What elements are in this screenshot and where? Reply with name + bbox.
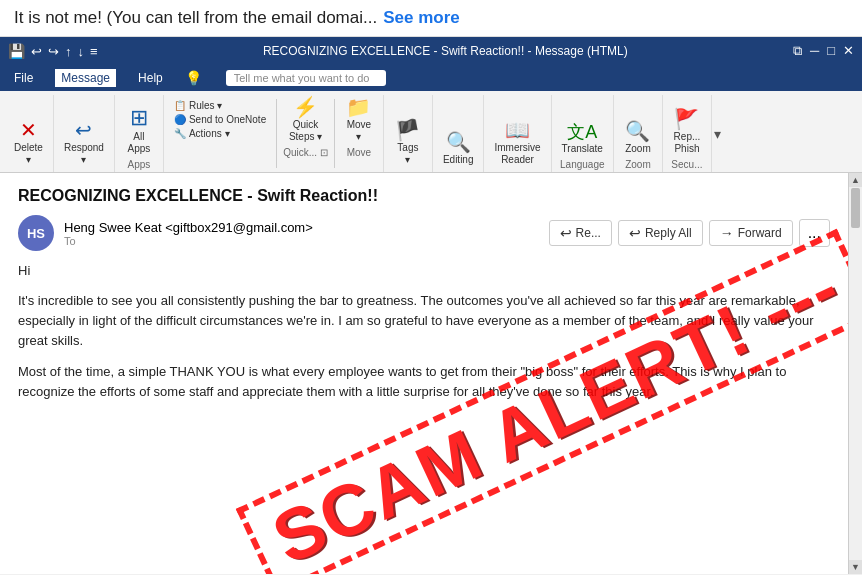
zoom-label: Zoom (625, 143, 651, 155)
title-bar: 💾 ↩ ↪ ↑ ↓ ≡ RECOGNIZING EXCELLENCE - Swi… (0, 37, 862, 65)
ribbon-group-quicksteps: 📋 Rules ▾ 🔵 Send to OneNote 🔧 Actions ▾ … (164, 95, 384, 172)
tags-icon: 🏴 (395, 120, 420, 140)
window-controls: ⧉ ─ □ ✕ (793, 43, 854, 59)
scroll-thumb[interactable] (851, 188, 860, 228)
ribbon-group-immersive: 📖 ImmersiveReader (484, 95, 551, 172)
zoom-icon: 🔍 (625, 121, 650, 141)
report-phish-label: Rep...Phish (674, 131, 701, 155)
minimize-icon[interactable]: ─ (810, 43, 819, 59)
editing-button[interactable]: 🔍 Editing (439, 130, 478, 168)
respond-group-label (60, 168, 108, 172)
reply-icon: ↩ (560, 225, 572, 241)
move-button[interactable]: 📁 Move▾ (341, 95, 377, 145)
forward-icon: → (720, 225, 734, 241)
window-title: RECOGNIZING EXCELLENCE - Swift Reaction!… (104, 44, 787, 58)
email-subject: RECOGNIZING EXCELLENCE - Swift Reaction!… (18, 187, 830, 205)
body-paragraph-1: It's incredible to see you all consisten… (18, 291, 830, 351)
actions-label: Actions ▾ (189, 128, 230, 139)
pin-icon[interactable]: ≡ (90, 44, 98, 59)
email-scrollbar[interactable]: ▲ ▼ (848, 173, 862, 574)
delete-label: Delete▾ (14, 142, 43, 166)
close-icon[interactable]: ✕ (843, 43, 854, 59)
tags-label: Tags▾ (397, 142, 418, 166)
all-apps-icon: ⊞ (130, 107, 148, 129)
report-phish-button[interactable]: 🚩 Rep...Phish (669, 107, 705, 157)
restore-icon[interactable]: ⧉ (793, 43, 802, 59)
zoom-button[interactable]: 🔍 Zoom (620, 119, 656, 157)
reply-button[interactable]: ↩ Re... (549, 220, 612, 246)
up-icon[interactable]: ↑ (65, 44, 72, 59)
sender-to: To (64, 235, 313, 247)
delete-group-label (10, 168, 47, 172)
menu-file[interactable]: File (8, 69, 39, 87)
send-onenote-label: Send to OneNote (189, 114, 266, 125)
email-body: Hi It's incredible to see you all consis… (18, 261, 830, 402)
delete-button[interactable]: ✕ Delete▾ (10, 118, 47, 168)
undo-icon[interactable]: ↩ (31, 44, 42, 59)
forward-label: Forward (738, 226, 782, 240)
down-icon[interactable]: ↓ (78, 44, 85, 59)
quick-steps-label: QuickSteps ▾ (289, 119, 322, 143)
email-header-row: HS Heng Swee Keat <giftbox291@gmail.com>… (18, 215, 830, 251)
sender-info: HS Heng Swee Keat <giftbox291@gmail.com>… (18, 215, 313, 251)
immersive-button[interactable]: 📖 ImmersiveReader (490, 118, 544, 168)
ribbon-group-respond: ↩ Respond▾ (54, 95, 115, 172)
email-container: RECOGNIZING EXCELLENCE - Swift Reaction!… (0, 173, 862, 574)
banner-text: It is not me! (You can tell from the ema… (14, 8, 377, 28)
scroll-track (849, 229, 862, 560)
all-apps-button[interactable]: ⊞ AllApps (121, 105, 157, 157)
translate-label: Translate (562, 143, 603, 155)
ribbon: ✕ Delete▾ ↩ Respond▾ ⊞ AllApps Apps (0, 91, 862, 173)
editing-icon: 🔍 (446, 132, 471, 152)
editing-label: Editing (443, 154, 474, 166)
apps-group-label: Apps (121, 157, 157, 172)
respond-label: Respond▾ (64, 142, 104, 166)
ribbon-scroll[interactable]: ▾ (712, 95, 721, 172)
respond-icon: ↩ (75, 120, 92, 140)
rules-icon: 📋 (174, 100, 186, 111)
actions-icon: 🔧 (174, 128, 186, 139)
all-apps-label: AllApps (128, 131, 151, 155)
translate-icon: 文A (567, 123, 597, 141)
reply-all-icon: ↩ (629, 225, 641, 241)
actions-button[interactable]: 🔧 Actions ▾ (170, 127, 270, 140)
rules-button[interactable]: 📋 Rules ▾ (170, 99, 270, 112)
reply-all-button[interactable]: ↩ Reply All (618, 220, 703, 246)
send-onenote-button[interactable]: 🔵 Send to OneNote (170, 113, 270, 126)
ribbon-group-apps: ⊞ AllApps Apps (115, 95, 164, 172)
maximize-icon[interactable]: □ (827, 43, 835, 59)
body-paragraph-0: Hi (18, 261, 830, 281)
ribbon-scroll-down-icon[interactable]: ▾ (714, 126, 721, 142)
move-icon: 📁 (346, 97, 371, 117)
lightbulb-icon: 💡 (185, 70, 202, 86)
respond-button[interactable]: ↩ Respond▾ (60, 118, 108, 168)
forward-button[interactable]: → Forward (709, 220, 793, 246)
sender-details: Heng Swee Keat <giftbox291@gmail.com> To (64, 220, 313, 247)
translate-button[interactable]: 文A Translate (558, 121, 607, 157)
search-box[interactable]: Tell me what you want to do (226, 70, 386, 86)
security-group-label: Secu... (669, 157, 705, 172)
email-main: RECOGNIZING EXCELLENCE - Swift Reaction!… (0, 173, 848, 574)
quick-steps-button[interactable]: ⚡ QuickSteps ▾ (285, 95, 326, 145)
avatar: HS (18, 215, 54, 251)
quick-steps-icon: ⚡ (293, 97, 318, 117)
immersive-label: ImmersiveReader (494, 142, 540, 166)
tags-button[interactable]: 🏴 Tags▾ (390, 118, 426, 168)
ribbon-group-tags: 🏴 Tags▾ (384, 95, 433, 172)
menu-help[interactable]: Help (132, 69, 169, 87)
immersive-group-label (490, 168, 544, 172)
more-button[interactable]: ... (799, 219, 830, 247)
onenote-icon: 🔵 (174, 114, 186, 125)
see-more-link[interactable]: See more (383, 8, 460, 28)
scroll-up-arrow[interactable]: ▲ (849, 173, 862, 187)
reply-label: Re... (576, 226, 601, 240)
scroll-down-arrow[interactable]: ▼ (849, 560, 862, 574)
save-icon[interactable]: 💾 (8, 43, 25, 59)
editing-group-label (439, 168, 478, 172)
ribbon-group-delete: ✕ Delete▾ (4, 95, 54, 172)
zoom-group-label: Zoom (620, 157, 656, 172)
report-phish-icon: 🚩 (674, 109, 699, 129)
menu-message[interactable]: Message (55, 69, 116, 87)
immersive-icon: 📖 (505, 120, 530, 140)
redo-icon[interactable]: ↪ (48, 44, 59, 59)
